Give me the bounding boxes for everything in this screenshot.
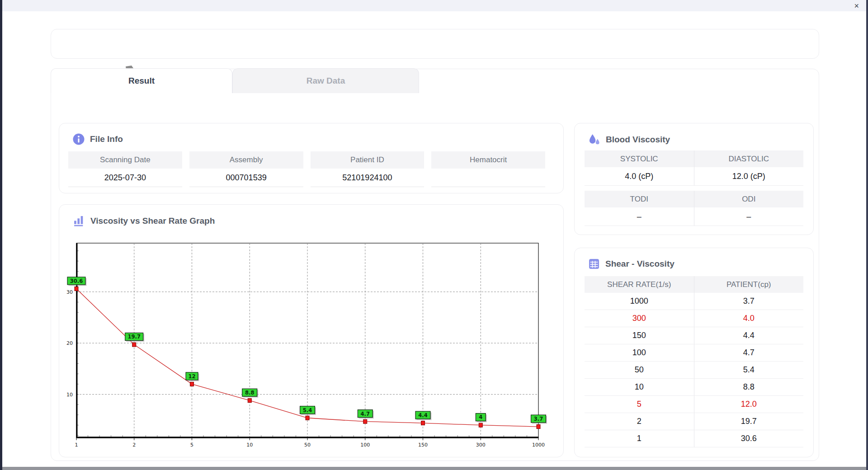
file-info-field: Assembly000701539 (189, 151, 303, 187)
blood-viscosity-header-row: TODIODI (585, 191, 803, 207)
blood-viscosity-header-row: SYSTOLICDIASTOLIC (585, 150, 803, 167)
patient-viscosity-cell: 12.0 (694, 396, 804, 413)
table-row[interactable]: 3004.0 (585, 310, 803, 327)
blood-viscosity-value-row: 4.0 (cP)12.0 (cP) (585, 167, 803, 186)
file-info-fields: Scanning Date2025-07-30Assembly000701539… (68, 151, 545, 187)
x-tick-label: 100 (360, 442, 370, 448)
column-header: ODI (694, 191, 804, 207)
data-point-marker (421, 421, 425, 425)
file-info-card: File Info Scanning Date2025-07-30Assembl… (59, 123, 564, 193)
data-label-text: 4.7 (361, 411, 370, 417)
viscosity-chart: 1020301251050100150300100030.619.7128.85… (59, 205, 564, 458)
shear-rate-cell: 5 (585, 396, 694, 413)
y-tick-label: 20 (66, 340, 73, 346)
column-header: DIASTOLIC (694, 150, 804, 167)
column-header: SYSTOLIC (585, 150, 694, 167)
column-header: TODI (585, 191, 694, 207)
blood-viscosity-table: SYSTOLICDIASTOLIC4.0 (cP)12.0 (cP)TODIOD… (585, 150, 803, 226)
table-row[interactable]: 512.0 (585, 396, 803, 413)
data-point-marker (537, 425, 540, 429)
file-info-field-label: Patient ID (311, 151, 425, 169)
data-label-text: 3.7 (534, 416, 543, 422)
data-point-marker (248, 399, 251, 403)
shear-rate-cell: 150 (585, 327, 694, 344)
shear-viscosity-table: SHEAR RATE(1/s)PATIENT(cp)10003.73004.01… (585, 276, 803, 447)
file-info-field-label: Hematocrit (431, 151, 545, 169)
file-info-field-value: 2025-07-30 (68, 169, 182, 187)
column-header: PATIENT(cp) (694, 276, 804, 293)
table-row[interactable]: 1004.7 (585, 344, 803, 362)
shear-rate-cell: 100 (585, 344, 694, 362)
data-point-marker (479, 423, 482, 427)
shear-rate-cell: 2 (585, 413, 694, 430)
shear-viscosity-header-row: SHEAR RATE(1/s)PATIENT(cp) (585, 276, 803, 293)
patient-viscosity-cell: 3.7 (694, 293, 804, 310)
patient-viscosity-cell: 4.4 (694, 327, 804, 344)
data-label-text: 19.7 (128, 334, 141, 340)
data-label-text: 8.8 (245, 390, 254, 396)
column-header: SHEAR RATE(1/s) (585, 276, 694, 293)
data-label-text: 5.4 (303, 407, 312, 414)
patient-viscosity-cell: 19.7 (694, 413, 804, 430)
x-tick-label: 1000 (532, 442, 545, 448)
close-button[interactable]: × (851, 0, 862, 12)
patient-viscosity-cell: 30.6 (694, 430, 804, 447)
y-tick-label: 30 (66, 289, 73, 295)
x-tick-label: 1 (75, 442, 78, 448)
x-tick-label: 10 (246, 442, 253, 448)
file-info-title-row: File Info (73, 133, 123, 145)
window-left-border (0, 0, 2, 470)
data-point-marker (132, 343, 136, 347)
table-row[interactable]: 219.7 (585, 413, 803, 430)
patient-viscosity-cell: 8.8 (694, 379, 804, 396)
shear-rate-cell: 1000 (585, 293, 694, 310)
value-cell: – (585, 207, 694, 226)
shear-viscosity-title-row: Shear - Viscosity (588, 258, 675, 270)
data-label-text: 4.4 (418, 412, 427, 418)
patient-viscosity-cell: 4.0 (694, 310, 804, 327)
file-info-field-value: 52101924100 (311, 169, 425, 187)
table-row[interactable]: 1504.4 (585, 327, 803, 344)
graph-card: Viscosity vs Shear Rate Graph 1020301251… (59, 204, 564, 457)
value-cell: 4.0 (cP) (585, 167, 694, 186)
shear-viscosity-title: Shear - Viscosity (605, 259, 675, 269)
tab-result-label: Result (128, 76, 155, 86)
file-info-field-value (431, 169, 545, 187)
header-card: Ubiosis 스캐닝 모세관 점도계 (51, 29, 819, 59)
table-row[interactable]: 505.4 (585, 362, 803, 379)
window-bottom-border (0, 467, 868, 470)
data-point-marker (306, 416, 309, 420)
file-info-field-label: Scanning Date (68, 151, 182, 169)
blood-viscosity-title: Blood Viscosity (606, 135, 670, 145)
table-row[interactable]: 108.8 (585, 379, 803, 396)
window-titlebar: × (2, 0, 866, 11)
table-row[interactable]: 130.6 (585, 430, 803, 447)
shear-rate-cell: 50 (585, 362, 694, 379)
blood-viscosity-title-row: Blood Viscosity (588, 133, 670, 146)
info-icon (73, 133, 85, 145)
file-info-field: Patient ID52101924100 (311, 151, 425, 187)
file-info-field: Hematocrit (431, 151, 545, 187)
shear-viscosity-card: Shear - Viscosity SHEAR RATE(1/s)PATIENT… (574, 248, 814, 457)
data-point-marker (363, 419, 367, 423)
x-tick-label: 50 (304, 442, 311, 448)
window-right-border (866, 0, 868, 470)
table-row[interactable]: 10003.7 (585, 293, 803, 310)
file-info-field-value: 000701539 (189, 169, 303, 187)
patient-viscosity-cell: 5.4 (694, 362, 804, 379)
value-cell: 12.0 (cP) (694, 167, 804, 186)
app-window: × Ubiosis 스캐닝 모세관 점도계 Result Raw Data (0, 0, 868, 470)
data-label-text: 4 (479, 414, 482, 420)
value-cell: – (694, 207, 804, 226)
x-tick-label: 2 (132, 442, 136, 448)
file-info-field: Scanning Date2025-07-30 (68, 151, 182, 187)
data-label-text: 12 (188, 373, 195, 380)
tab-result[interactable]: Result (51, 68, 232, 93)
calculator-grid-icon (588, 258, 600, 270)
tab-raw-data[interactable]: Raw Data (232, 68, 419, 93)
file-info-field-label: Assembly (189, 151, 303, 169)
x-tick-label: 150 (418, 442, 428, 448)
tab-raw-data-label: Raw Data (307, 76, 345, 86)
patient-viscosity-cell: 4.7 (694, 344, 804, 362)
x-tick-label: 300 (476, 442, 486, 448)
